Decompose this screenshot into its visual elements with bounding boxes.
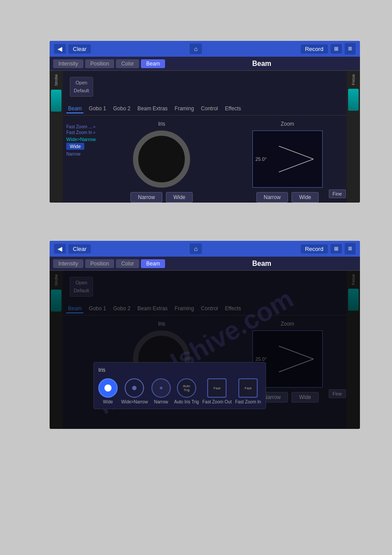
content-area-bottom: Strobe Open Default Beam Gobo 1 Gobo 2 B… [50, 271, 360, 429]
tab-intensity[interactable]: Intensity [53, 59, 83, 68]
header-bar-bottom: ◀ Clear ⌂ Record ⊞ ≡ [50, 241, 360, 257]
tab-bar-bottom: Intensity Position Color Beam Beam [50, 257, 360, 271]
panel-top: ◀ Clear ⌂ Record ⊞ ≡ Intensity Position … [50, 41, 360, 203]
sub-tab-gobo2-bottom[interactable]: Gobo 2 [111, 305, 132, 313]
back-button[interactable]: ◀ [54, 44, 66, 54]
header-left-bottom: ◀ Clear [54, 244, 91, 254]
iris-option-auto[interactable]: AutoTrig Auto Iris Trig [174, 378, 199, 404]
header-left: ◀ Clear [54, 44, 91, 54]
zoom-display-top[interactable]: 25.0° [252, 131, 323, 188]
svg-line-1 [279, 159, 313, 172]
left-quick-panel: Fast Zoom ... » Fast Zoom In » Wide>Narr… [63, 121, 102, 160]
svg-line-2 [279, 346, 313, 359]
iris-inner-narrow [160, 387, 162, 389]
strobe-knob-bottom[interactable] [51, 290, 61, 312]
iris-wide-label: Wide [103, 399, 113, 404]
home-button-bottom[interactable]: ⌂ [190, 243, 202, 254]
iris-inner-wide-narrow [132, 386, 137, 390]
sub-tab-framing[interactable]: Framing [173, 105, 196, 113]
iris-wide-btn[interactable]: Wide [166, 192, 193, 203]
menu-button[interactable]: ≡ [345, 43, 356, 54]
strobe-label: Strobe [54, 74, 58, 86]
iris-circle-wide-narrow [125, 378, 144, 398]
open-label-bottom: Open [74, 279, 89, 287]
main-content-top: Open Default Beam Gobo 1 Gobo 2 Beam Ext… [63, 71, 347, 203]
tab-color[interactable]: Color [116, 59, 139, 68]
iris-label-top: Iris [158, 121, 165, 127]
fine-btn-top[interactable]: Fine [329, 189, 346, 198]
content-area-top: Strobe Open Default Beam Gobo 1 Gobo 2 B… [50, 71, 360, 203]
iris-option-fastzoom-in[interactable]: Fast Fast Zoom In [235, 378, 261, 404]
open-label: Open [74, 79, 89, 87]
iris-label-bottom: Iris [158, 321, 165, 327]
zoom-narrow-btn[interactable]: Narrow [256, 192, 288, 203]
sub-tab-framing-bottom[interactable]: Framing [173, 305, 196, 313]
menu-button-bottom[interactable]: ≡ [345, 243, 356, 254]
strobe-knob[interactable] [51, 90, 61, 112]
sub-tab-bar-top: Beam Gobo 1 Gobo 2 Beam Extras Framing C… [63, 103, 347, 116]
fast-zoom-in-item[interactable]: Fast Zoom In » [66, 130, 99, 135]
clear-button[interactable]: Clear [68, 44, 91, 54]
focus-label-top: Focus [351, 74, 356, 85]
fine-btn-bottom[interactable]: Fine [329, 389, 346, 398]
open-default-box: Open Default [70, 77, 93, 97]
sub-tab-effects-bottom[interactable]: Effects [223, 305, 243, 313]
default-label-bottom: Default [74, 287, 89, 295]
record-button-bottom[interactable]: Record [301, 244, 328, 254]
focus-knob-bottom[interactable] [348, 289, 359, 311]
tab-beam-bottom[interactable]: Beam [141, 259, 165, 268]
iris-section-top: Iris Narrow Wide [102, 121, 221, 203]
tab-color-bottom[interactable]: Color [116, 259, 139, 268]
sub-tab-gobo2[interactable]: Gobo 2 [111, 105, 132, 113]
iris-narrow-label: Narrow [154, 399, 168, 404]
zoom-angle-top: 25.0° [255, 156, 267, 162]
sub-tab-gobo1[interactable]: Gobo 1 [87, 105, 108, 113]
sub-tab-beam[interactable]: Beam [66, 105, 83, 113]
iris-fastzoom-out-label: Fast Zoom Out [202, 399, 232, 404]
tab-position[interactable]: Position [85, 59, 115, 68]
wide-narrow-item[interactable]: Wide>Narrow [66, 137, 99, 142]
zoom-btn-row-top: Narrow Wide [256, 192, 319, 203]
iris-narrow-btn[interactable]: Narrow [130, 192, 162, 203]
page-title-top: Beam [167, 60, 356, 68]
tab-position-bottom[interactable]: Position [85, 259, 115, 268]
zoom-wide-btn[interactable]: Wide [291, 192, 318, 203]
svg-line-3 [279, 359, 313, 372]
back-button-bottom[interactable]: ◀ [54, 244, 66, 254]
iris-option-narrow[interactable]: Narrow [151, 378, 171, 404]
record-button[interactable]: Record [301, 44, 328, 54]
clear-button-bottom[interactable]: Clear [68, 244, 91, 254]
panel-bottom: ◀ Clear ⌂ Record ⊞ ≡ Intensity Position … [50, 241, 360, 429]
fast-zoom-out-item[interactable]: Fast Zoom ... » [66, 124, 99, 129]
focus-knob-top[interactable] [348, 89, 359, 111]
header-bar-top: ◀ Clear ⌂ Record ⊞ ≡ [50, 41, 360, 57]
iris-box-fastzoom-in: Fast [238, 378, 258, 398]
zoom-wide-btn-bottom[interactable]: Wide [291, 392, 318, 403]
iris-circle-top[interactable] [133, 131, 190, 188]
iris-wide-narrow-label: Wide>Narrow [121, 399, 148, 404]
sub-tab-beam-extras-bottom[interactable]: Beam Extras [136, 305, 169, 313]
iris-popup: Iris Wide Wide>Narrow [94, 362, 266, 409]
svg-line-0 [279, 146, 313, 160]
page-title-bottom: Beam [167, 260, 356, 268]
sub-tab-gobo1-bottom[interactable]: Gobo 1 [87, 305, 108, 313]
tab-intensity-bottom[interactable]: Intensity [53, 259, 83, 268]
sub-tab-control[interactable]: Control [199, 105, 220, 113]
zoom-section-top: Zoom 25.0° Narrow Wide [221, 121, 347, 203]
header-right-bottom: Record ⊞ ≡ [301, 243, 356, 254]
sub-tab-beam-bottom[interactable]: Beam [66, 305, 83, 313]
side-panel-right-top: Focus [347, 71, 360, 203]
sub-tab-beam-extras[interactable]: Beam Extras [136, 105, 169, 113]
sub-tab-effects[interactable]: Effects [223, 105, 243, 113]
grid-button-bottom[interactable]: ⊞ [331, 244, 342, 254]
iris-option-fastzoom-out[interactable]: Fast Fast Zoom Out [202, 378, 232, 404]
home-button[interactable]: ⌂ [190, 44, 202, 54]
grid-button[interactable]: ⊞ [331, 44, 342, 54]
sub-tab-control-bottom[interactable]: Control [199, 305, 220, 313]
tab-bar-top: Intensity Position Color Beam Beam [50, 57, 360, 71]
iris-option-wide[interactable]: Wide [98, 378, 118, 404]
iris-option-wide-narrow[interactable]: Wide>Narrow [121, 378, 148, 404]
tab-beam[interactable]: Beam [141, 59, 165, 68]
header-right: Record ⊞ ≡ [301, 43, 356, 54]
zoom-label-bottom: Zoom [281, 321, 294, 327]
